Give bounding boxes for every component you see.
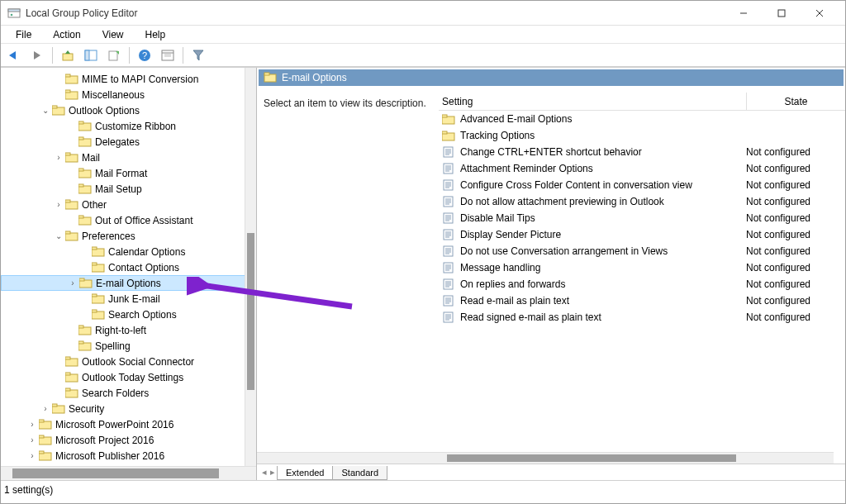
setting-name: Configure Cross Folder Content in conver…	[460, 179, 746, 191]
detail-tabs: ◂ ▸ Extended Standard	[257, 464, 845, 480]
setting-row[interactable]: Configure Cross Folder Content in conver…	[439, 177, 845, 193]
show-hide-tree-button[interactable]	[81, 46, 101, 64]
tree-item-label: E-mail Options	[96, 278, 161, 289]
menu-file[interactable]: File	[6, 27, 41, 42]
setting-row[interactable]: Tracking Options	[439, 127, 845, 144]
tree-item[interactable]: MIME to MAPI Conversion	[1, 71, 256, 87]
tree-item[interactable]: ›Mail	[1, 150, 256, 165]
tree-item[interactable]: Calendar Options	[1, 244, 256, 259]
title-bar: Local Group Policy Editor	[1, 1, 845, 26]
tree-item[interactable]: Right-to-left	[1, 322, 256, 338]
tree-item[interactable]: ›E-mail Options	[1, 275, 256, 291]
tree-view[interactable]: MIME to MAPI ConversionMiscellaneous⌄Out…	[1, 68, 256, 466]
tab-scroll-right-icon[interactable]: ▸	[270, 467, 275, 478]
setting-row[interactable]: On replies and forwardsNot configured	[439, 276, 845, 292]
forward-button[interactable]	[27, 46, 47, 64]
tree-expander-icon[interactable]: ›	[54, 200, 64, 209]
svg-rect-13	[109, 51, 117, 60]
menu-action[interactable]: Action	[43, 27, 90, 42]
tree-item[interactable]: Outlook Today Settings	[1, 369, 256, 385]
setting-row[interactable]: Message handlingNot configured	[439, 259, 845, 276]
setting-row[interactable]: Do not use Conversation arrangement in V…	[439, 243, 845, 259]
tree-item[interactable]: Miscellaneous	[1, 87, 256, 102]
setting-state: Not configured	[746, 212, 845, 224]
details-horizontal-scrollbar[interactable]	[257, 452, 834, 464]
tree-item[interactable]: Out of Office Assistant	[1, 212, 256, 228]
column-header-setting[interactable]: Setting	[439, 96, 746, 107]
policy-icon	[442, 245, 455, 258]
setting-row[interactable]: Read signed e-mail as plain textNot conf…	[439, 309, 845, 326]
column-header-state[interactable]: State	[746, 93, 845, 110]
tree-item[interactable]: ⌄Preferences	[1, 228, 256, 244]
tree-item-label: Search Options	[108, 309, 177, 321]
export-list-button[interactable]	[104, 46, 124, 64]
setting-row[interactable]: Change CTRL+ENTER shortcut behaviorNot c…	[439, 144, 845, 160]
tree-item[interactable]: Delegates	[1, 134, 256, 150]
tree-item[interactable]: ›Microsoft Publisher 2016	[1, 448, 256, 464]
tree-expander-icon[interactable]: ›	[54, 153, 64, 162]
minimize-button[interactable]	[725, 1, 763, 26]
setting-row[interactable]: Display Sender PictureNot configured	[439, 226, 845, 243]
tree-expander-icon[interactable]: ›	[40, 404, 50, 413]
svg-rect-47	[92, 263, 97, 265]
tab-scroll-left-icon[interactable]: ◂	[262, 467, 267, 478]
filter-button[interactable]	[188, 46, 208, 64]
tree-item[interactable]: ›Other	[1, 197, 256, 212]
properties-button[interactable]	[158, 46, 178, 64]
setting-row[interactable]: Attachment Reminder OptionsNot configure…	[439, 160, 845, 177]
tree-vertical-scrollbar[interactable]	[245, 68, 256, 466]
svg-rect-75	[264, 73, 269, 75]
setting-row[interactable]: Do not allow attachment previewing in Ou…	[439, 193, 845, 210]
folder-icon	[78, 325, 92, 336]
tree-expander-icon[interactable]: ⌄	[40, 106, 50, 115]
tree-item[interactable]: ⌄Outlook Options	[1, 102, 256, 118]
tree-item[interactable]: ›Microsoft PowerPoint 2016	[1, 416, 256, 432]
folder-icon	[65, 199, 78, 211]
tree-item[interactable]: Search Folders	[1, 385, 256, 401]
svg-point-2	[11, 13, 13, 16]
settings-list[interactable]: Advanced E-mail OptionsTracking OptionsC…	[439, 111, 845, 326]
svg-rect-77	[442, 115, 447, 117]
tree-expander-icon[interactable]: ›	[27, 435, 37, 445]
menu-view[interactable]: View	[93, 27, 134, 42]
setting-row[interactable]: Read e-mail as plain textNot configured	[439, 292, 845, 309]
policy-icon	[442, 228, 455, 241]
svg-rect-55	[78, 326, 83, 328]
tree-item[interactable]: Customize Ribbon	[1, 118, 256, 134]
close-button[interactable]	[801, 1, 839, 26]
help-button[interactable]: ?	[135, 46, 154, 64]
svg-rect-51	[92, 294, 97, 297]
tree-item[interactable]: Mail Format	[1, 165, 256, 181]
policy-icon	[442, 162, 455, 175]
setting-row[interactable]: Disable Mail TipsNot configured	[439, 210, 845, 226]
tree-item[interactable]: Mail Setup	[1, 181, 256, 197]
back-button[interactable]	[4, 46, 24, 64]
setting-state: Not configured	[746, 295, 845, 307]
maximize-button[interactable]	[763, 1, 801, 26]
tree-item[interactable]: Spelling	[1, 338, 256, 354]
tree-horizontal-scrollbar[interactable]	[1, 466, 256, 480]
folder-icon	[264, 71, 277, 85]
tree-item[interactable]: Contact Options	[1, 259, 256, 275]
tree-item-label: Search Folders	[82, 388, 149, 399]
menu-help[interactable]: Help	[135, 27, 176, 42]
tree-expander-icon[interactable]: ›	[27, 420, 37, 429]
tab-extended[interactable]: Extended	[277, 466, 333, 480]
folder-icon	[92, 293, 105, 305]
tree-item[interactable]: Junk E-mail	[1, 291, 256, 307]
up-button[interactable]	[58, 46, 78, 64]
tree-item[interactable]: ›Microsoft Project 2016	[1, 432, 256, 448]
tree-item[interactable]: ›Security	[1, 401, 256, 416]
tree-expander-icon[interactable]: ›	[68, 278, 78, 288]
tab-standard[interactable]: Standard	[332, 466, 387, 480]
tree-expander-icon[interactable]: ›	[27, 451, 37, 460]
tree-item[interactable]: Outlook Social Connector	[1, 354, 256, 369]
setting-row[interactable]: Advanced E-mail Options	[439, 111, 845, 127]
svg-rect-1	[8, 9, 20, 12]
folder-icon	[78, 136, 92, 148]
svg-rect-27	[52, 106, 57, 108]
tree-expander-icon[interactable]: ⌄	[54, 231, 64, 240]
folder-icon	[65, 388, 78, 399]
tree-item[interactable]: Search Options	[1, 307, 256, 322]
setting-name: Change CTRL+ENTER shortcut behavior	[460, 146, 746, 158]
